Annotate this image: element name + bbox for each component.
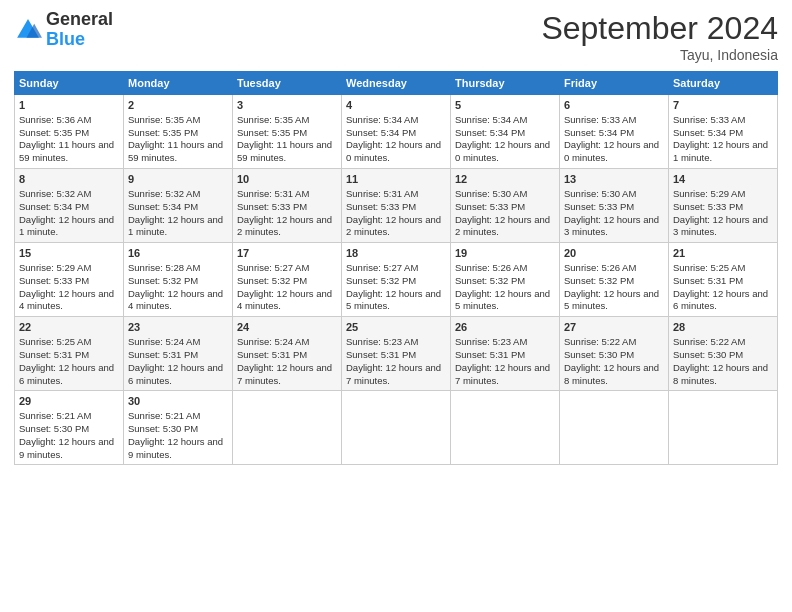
header: General Blue September 2024 Tayu, Indone…: [14, 10, 778, 63]
table-row: 23Sunrise: 5:24 AMSunset: 5:31 PMDayligh…: [124, 317, 233, 391]
col-friday: Friday: [560, 72, 669, 95]
table-row: 21Sunrise: 5:25 AMSunset: 5:31 PMDayligh…: [669, 243, 778, 317]
table-row: 25Sunrise: 5:23 AMSunset: 5:31 PMDayligh…: [342, 317, 451, 391]
location-title: Tayu, Indonesia: [541, 47, 778, 63]
table-row: 19Sunrise: 5:26 AMSunset: 5:32 PMDayligh…: [451, 243, 560, 317]
table-row: 6Sunrise: 5:33 AMSunset: 5:34 PMDaylight…: [560, 95, 669, 169]
table-row: [233, 391, 342, 465]
table-row: 20Sunrise: 5:26 AMSunset: 5:32 PMDayligh…: [560, 243, 669, 317]
table-row: 22Sunrise: 5:25 AMSunset: 5:31 PMDayligh…: [15, 317, 124, 391]
table-row: 2Sunrise: 5:35 AMSunset: 5:35 PMDaylight…: [124, 95, 233, 169]
table-row: 15Sunrise: 5:29 AMSunset: 5:33 PMDayligh…: [15, 243, 124, 317]
table-row: 5Sunrise: 5:34 AMSunset: 5:34 PMDaylight…: [451, 95, 560, 169]
table-row: 30Sunrise: 5:21 AMSunset: 5:30 PMDayligh…: [124, 391, 233, 465]
table-row: 17Sunrise: 5:27 AMSunset: 5:32 PMDayligh…: [233, 243, 342, 317]
table-row: 12Sunrise: 5:30 AMSunset: 5:33 PMDayligh…: [451, 169, 560, 243]
table-row: [560, 391, 669, 465]
title-block: September 2024 Tayu, Indonesia: [541, 10, 778, 63]
table-row: 4Sunrise: 5:34 AMSunset: 5:34 PMDaylight…: [342, 95, 451, 169]
table-row: 13Sunrise: 5:30 AMSunset: 5:33 PMDayligh…: [560, 169, 669, 243]
col-sunday: Sunday: [15, 72, 124, 95]
table-row: 16Sunrise: 5:28 AMSunset: 5:32 PMDayligh…: [124, 243, 233, 317]
table-row: [669, 391, 778, 465]
table-row: 9Sunrise: 5:32 AMSunset: 5:34 PMDaylight…: [124, 169, 233, 243]
col-thursday: Thursday: [451, 72, 560, 95]
table-row: 8Sunrise: 5:32 AMSunset: 5:34 PMDaylight…: [15, 169, 124, 243]
calendar-header-row: Sunday Monday Tuesday Wednesday Thursday…: [15, 72, 778, 95]
table-row: 24Sunrise: 5:24 AMSunset: 5:31 PMDayligh…: [233, 317, 342, 391]
table-row: 29Sunrise: 5:21 AMSunset: 5:30 PMDayligh…: [15, 391, 124, 465]
table-row: 14Sunrise: 5:29 AMSunset: 5:33 PMDayligh…: [669, 169, 778, 243]
table-row: 28Sunrise: 5:22 AMSunset: 5:30 PMDayligh…: [669, 317, 778, 391]
col-saturday: Saturday: [669, 72, 778, 95]
page: General Blue September 2024 Tayu, Indone…: [0, 0, 792, 612]
col-monday: Monday: [124, 72, 233, 95]
table-row: 7Sunrise: 5:33 AMSunset: 5:34 PMDaylight…: [669, 95, 778, 169]
logo: General Blue: [14, 10, 113, 50]
month-title: September 2024: [541, 10, 778, 47]
calendar-table: Sunday Monday Tuesday Wednesday Thursday…: [14, 71, 778, 465]
table-row: 11Sunrise: 5:31 AMSunset: 5:33 PMDayligh…: [342, 169, 451, 243]
table-row: [451, 391, 560, 465]
col-tuesday: Tuesday: [233, 72, 342, 95]
table-row: 10Sunrise: 5:31 AMSunset: 5:33 PMDayligh…: [233, 169, 342, 243]
table-row: 3Sunrise: 5:35 AMSunset: 5:35 PMDaylight…: [233, 95, 342, 169]
logo-icon: [14, 16, 42, 44]
table-row: 18Sunrise: 5:27 AMSunset: 5:32 PMDayligh…: [342, 243, 451, 317]
table-row: [342, 391, 451, 465]
col-wednesday: Wednesday: [342, 72, 451, 95]
table-row: 27Sunrise: 5:22 AMSunset: 5:30 PMDayligh…: [560, 317, 669, 391]
logo-text: General Blue: [46, 10, 113, 50]
table-row: 26Sunrise: 5:23 AMSunset: 5:31 PMDayligh…: [451, 317, 560, 391]
table-row: 1Sunrise: 5:36 AMSunset: 5:35 PMDaylight…: [15, 95, 124, 169]
